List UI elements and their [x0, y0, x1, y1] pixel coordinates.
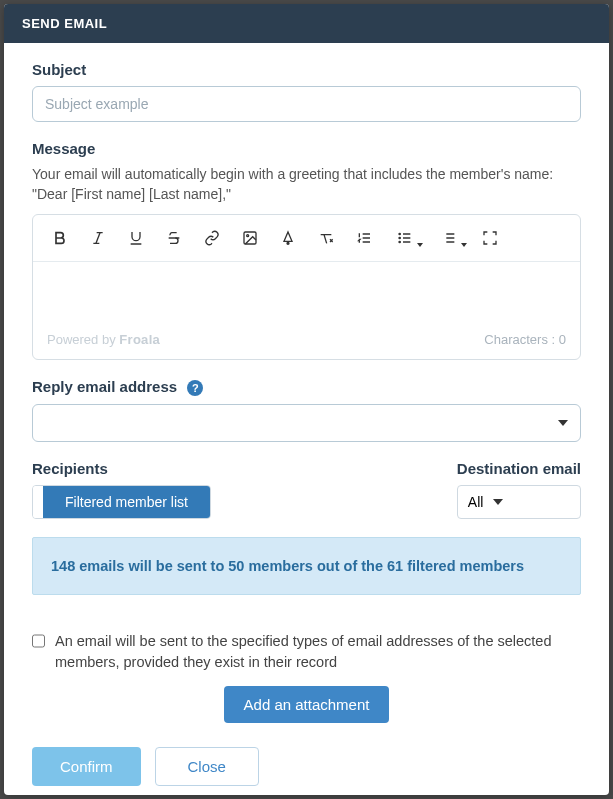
modal-body: Subject Message Your email will automati…: [4, 43, 609, 795]
paragraph-format-button[interactable]: [429, 223, 469, 253]
svg-point-16: [399, 242, 400, 243]
text-color-icon: [280, 230, 296, 246]
consent-text: An email will be sent to the specified t…: [55, 631, 581, 672]
chevron-down-icon: [461, 243, 467, 247]
italic-button[interactable]: [81, 223, 115, 253]
recipients-toggle[interactable]: Filtered member list: [32, 485, 211, 519]
svg-point-6: [247, 235, 249, 237]
link-button[interactable]: [195, 223, 229, 253]
chevron-down-icon: [558, 420, 568, 426]
chevron-down-icon: [417, 243, 423, 247]
underline-button[interactable]: [119, 223, 153, 253]
reply-section: Reply email address ?: [32, 378, 581, 442]
destination-email-select[interactable]: All: [457, 485, 581, 519]
link-icon: [204, 230, 220, 246]
clear-format-icon: [318, 230, 334, 246]
paragraph-format-icon: [441, 230, 457, 246]
reply-label: Reply email address ?: [32, 378, 581, 396]
recipients-label: Recipients: [32, 460, 211, 477]
ordered-list-button[interactable]: [347, 223, 381, 253]
char-counter: Characters : 0: [484, 332, 566, 347]
bold-icon: [52, 230, 68, 246]
strikethrough-icon: [166, 230, 182, 246]
image-button[interactable]: [233, 223, 267, 253]
close-button[interactable]: Close: [155, 747, 259, 786]
attachment-row: Add an attachment: [32, 686, 581, 723]
rich-text-editor: Powered by Froala Characters : 0: [32, 214, 581, 360]
reply-email-select[interactable]: [32, 404, 581, 442]
unordered-list-icon: [397, 230, 413, 246]
message-textarea[interactable]: [33, 262, 580, 322]
help-icon[interactable]: ?: [187, 380, 203, 396]
toggle-off-segment: [33, 486, 43, 518]
message-label: Message: [32, 140, 581, 157]
subject-input[interactable]: [32, 86, 581, 122]
image-icon: [242, 230, 258, 246]
modal-header: SEND EMAIL: [4, 4, 609, 43]
svg-point-15: [399, 238, 400, 239]
powered-by-label: Powered by Froala: [47, 332, 160, 347]
recipients-block: Recipients Filtered member list: [32, 460, 211, 519]
filtered-member-list-button[interactable]: Filtered member list: [43, 486, 210, 518]
recipients-row: Recipients Filtered member list Destinat…: [32, 460, 581, 519]
destination-block: Destination email All: [457, 460, 581, 519]
modal-title: SEND EMAIL: [22, 16, 107, 31]
message-helper: Your email will automatically begin with…: [32, 165, 581, 204]
svg-point-7: [287, 243, 289, 245]
bold-button[interactable]: [43, 223, 77, 253]
confirm-button[interactable]: Confirm: [32, 747, 141, 786]
destination-label: Destination email: [457, 460, 581, 477]
strikethrough-button[interactable]: [157, 223, 191, 253]
svg-point-14: [399, 234, 400, 235]
consent-checkbox[interactable]: [32, 634, 45, 648]
ordered-list-icon: [356, 230, 372, 246]
fullscreen-icon: [482, 230, 498, 246]
chevron-down-icon: [493, 499, 503, 505]
editor-toolbar: [33, 215, 580, 262]
text-color-button[interactable]: [271, 223, 305, 253]
footer-actions: Confirm Close: [32, 747, 581, 786]
clear-format-button[interactable]: [309, 223, 343, 253]
message-section: Message Your email will automatically be…: [32, 140, 581, 360]
add-attachment-button[interactable]: Add an attachment: [224, 686, 390, 723]
fullscreen-button[interactable]: [473, 223, 507, 253]
consent-row[interactable]: An email will be sent to the specified t…: [32, 631, 581, 672]
italic-icon: [90, 230, 106, 246]
unordered-list-button[interactable]: [385, 223, 425, 253]
underline-icon: [128, 230, 144, 246]
svg-line-2: [96, 233, 100, 244]
subject-section: Subject: [32, 61, 581, 122]
editor-footer: Powered by Froala Characters : 0: [33, 322, 580, 359]
send-email-modal: SEND EMAIL Subject Message Your email wi…: [4, 4, 609, 795]
subject-label: Subject: [32, 61, 581, 78]
recipients-summary-banner: 148 emails will be sent to 50 members ou…: [32, 537, 581, 595]
